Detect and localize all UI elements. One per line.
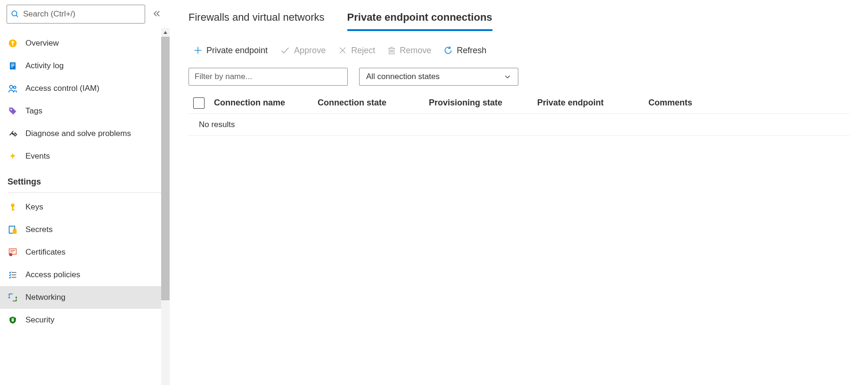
sidebar-item-label: Secrets — [25, 225, 53, 234]
plus-icon — [193, 46, 203, 55]
chevron-down-icon — [504, 73, 511, 80]
sidebar-item-label: Events — [25, 152, 50, 161]
svg-rect-4 — [12, 43, 13, 46]
certificate-icon — [8, 248, 18, 257]
svg-rect-14 — [12, 209, 15, 210]
sidebar: Overview Activity log Access control (IA… — [0, 0, 170, 385]
svg-point-25 — [8, 297, 10, 298]
column-provisioning-state[interactable]: Provisioning state — [429, 98, 528, 108]
toolbar-label: Refresh — [457, 46, 486, 56]
sidebar-search-input[interactable] — [23, 9, 141, 19]
column-connection-state[interactable]: Connection state — [318, 98, 419, 108]
column-comments[interactable]: Comments — [648, 98, 849, 108]
svg-point-9 — [9, 85, 13, 88]
sidebar-item-label: Activity log — [25, 61, 64, 71]
filter-by-name-input[interactable] — [188, 68, 348, 86]
svg-point-21 — [9, 253, 13, 257]
people-icon — [8, 84, 18, 93]
shield-icon — [8, 315, 18, 325]
main-content: Firewalls and virtual networks Private e… — [170, 0, 868, 385]
tab-firewalls[interactable]: Firewalls and virtual networks — [188, 11, 325, 31]
sidebar-item-security[interactable]: Security — [0, 309, 170, 331]
select-all-checkbox[interactable] — [193, 97, 205, 109]
reject-button: Reject — [338, 46, 375, 56]
sidebar-item-label: Access policies — [25, 270, 80, 280]
svg-rect-7 — [11, 65, 15, 66]
sidebar-item-label: Access control (IAM) — [25, 84, 99, 93]
scrollbar-arrow-up-icon[interactable] — [161, 28, 170, 37]
policies-icon — [8, 271, 18, 279]
sidebar-item-keys[interactable]: Keys — [0, 196, 170, 218]
key-circle-icon — [8, 39, 18, 48]
tab-bar: Firewalls and virtual networks Private e… — [188, 11, 849, 31]
svg-rect-8 — [11, 67, 13, 68]
toolbar: Private endpoint Approve Reject Remove R… — [188, 45, 849, 56]
table-empty-row: No results — [188, 114, 849, 136]
sidebar-search-wrap[interactable] — [7, 5, 145, 24]
lightning-icon — [8, 151, 18, 161]
network-icon — [8, 293, 18, 302]
toolbar-label: Remove — [400, 46, 431, 56]
approve-button: Approve — [280, 45, 326, 56]
svg-point-26 — [16, 297, 17, 298]
secrets-icon — [8, 225, 18, 234]
sidebar-item-label: Security — [25, 315, 54, 325]
tag-icon — [8, 106, 18, 116]
scrollbar-thumb[interactable] — [161, 37, 170, 300]
refresh-icon — [443, 46, 453, 55]
connection-state-dropdown[interactable]: All connection states — [359, 68, 518, 86]
svg-point-11 — [10, 109, 12, 110]
dropdown-selected-label: All connection states — [366, 72, 440, 81]
sidebar-item-certificates[interactable]: Certificates — [0, 241, 170, 264]
column-private-endpoint[interactable]: Private endpoint — [537, 98, 639, 108]
svg-point-0 — [12, 11, 17, 16]
x-icon — [338, 46, 347, 55]
svg-line-1 — [16, 15, 18, 17]
divider — [8, 192, 162, 193]
svg-point-3 — [12, 41, 14, 43]
sidebar-item-secrets[interactable]: Secrets — [0, 218, 170, 241]
sidebar-item-access-policies[interactable]: Access policies — [0, 264, 170, 286]
empty-message: No results — [199, 120, 235, 129]
add-private-endpoint-button[interactable]: Private endpoint — [193, 46, 268, 56]
toolbar-label: Reject — [351, 46, 375, 56]
sidebar-scrollbar[interactable] — [161, 28, 170, 385]
sidebar-item-activity-log[interactable]: Activity log — [0, 55, 170, 77]
wrench-icon — [8, 129, 18, 138]
table-header-row: Connection name Connection state Provisi… — [188, 92, 849, 114]
key-icon — [8, 202, 18, 212]
search-icon — [11, 10, 19, 18]
sidebar-item-label: Certificates — [25, 248, 66, 257]
refresh-button[interactable]: Refresh — [443, 46, 486, 56]
svg-marker-29 — [164, 31, 167, 34]
tab-private-endpoint-connections[interactable]: Private endpoint connections — [347, 11, 492, 31]
sidebar-item-diagnose[interactable]: Diagnose and solve problems — [0, 122, 170, 145]
toolbar-label: Approve — [294, 46, 326, 56]
svg-point-10 — [14, 86, 16, 88]
sidebar-item-events[interactable]: Events — [0, 145, 170, 168]
sidebar-collapse-button[interactable] — [151, 8, 163, 21]
sidebar-section-settings: Settings — [0, 168, 170, 190]
log-icon — [8, 61, 18, 71]
sidebar-item-label: Overview — [25, 39, 59, 48]
sidebar-item-networking[interactable]: Networking — [0, 286, 170, 309]
sidebar-item-label: Keys — [25, 202, 43, 212]
sidebar-item-overview[interactable]: Overview — [0, 32, 170, 55]
trash-icon — [387, 46, 396, 55]
sidebar-item-label: Diagnose and solve problems — [25, 129, 131, 138]
check-icon — [280, 45, 290, 56]
sidebar-item-tags[interactable]: Tags — [0, 100, 170, 122]
sidebar-item-label: Tags — [25, 106, 42, 116]
remove-button: Remove — [387, 46, 431, 56]
sidebar-item-label: Networking — [25, 293, 66, 302]
column-connection-name[interactable]: Connection name — [214, 98, 308, 108]
svg-rect-6 — [11, 64, 15, 65]
sidebar-item-access-control[interactable]: Access control (IAM) — [0, 77, 170, 100]
toolbar-label: Private endpoint — [206, 46, 268, 56]
filter-row: All connection states — [188, 68, 849, 86]
